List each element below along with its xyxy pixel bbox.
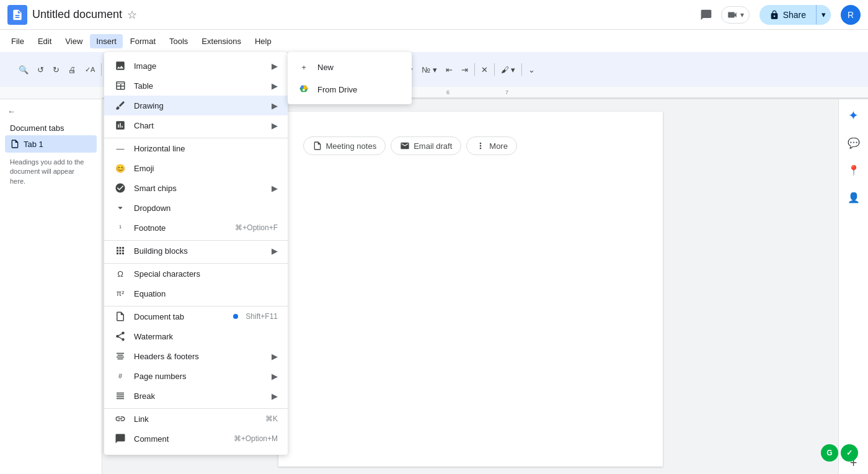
insert-link-item[interactable]: Link ⌘K: [104, 409, 288, 429]
insert-chart-item[interactable]: Chart ▶: [104, 115, 288, 135]
drawing-fromdrive-label: From Drive: [317, 85, 357, 94]
plus-icon: +: [298, 61, 310, 73]
drawing-submenu: + New From Drive: [288, 52, 412, 104]
doctab-icon: [114, 310, 126, 323]
insert-comment-label: Comment: [134, 434, 226, 444]
insert-comment-item[interactable]: Comment ⌘+Option+M: [104, 429, 288, 449]
chart-arrow: ▶: [272, 121, 278, 130]
doctab-shortcut: Shift+F11: [246, 312, 278, 321]
insert-link-label: Link: [134, 414, 258, 424]
drawing-arrow: ▶: [272, 101, 278, 110]
insert-specialchar-label: Special characters: [134, 269, 278, 279]
insert-hline-label: Horizontal line: [134, 144, 278, 153]
insert-doctab-label: Document tab: [134, 312, 223, 321]
equation-icon: π²: [114, 287, 126, 300]
break-icon: [114, 390, 126, 402]
drive-icon: [298, 83, 310, 96]
insert-break-item[interactable]: Break ▶: [104, 386, 288, 406]
insert-pagenumbers-label: Page numbers: [134, 372, 264, 381]
watermark-icon: [114, 330, 126, 342]
footnote-shortcut: ⌘+Option+F: [235, 223, 278, 232]
insert-chart-label: Chart: [134, 121, 264, 130]
image-icon: [114, 60, 126, 72]
insert-menu: Image ▶ Table ▶ Drawing ▶ Chart ▶ —: [104, 52, 288, 455]
emoji-icon: 😊: [114, 162, 126, 174]
insert-watermark-item[interactable]: Watermark: [104, 326, 288, 346]
comment-icon: [114, 432, 126, 445]
insert-footnote-label: Footnote: [134, 223, 228, 233]
headerfooter-icon: [114, 350, 126, 362]
table-arrow: ▶: [272, 81, 278, 91]
insert-blocks-item[interactable]: Building blocks ▶: [104, 241, 288, 261]
insert-menu-section-1: Image ▶ Table ▶ Drawing ▶ Chart ▶: [104, 56, 288, 135]
insert-equation-label: Equation: [134, 289, 278, 298]
insert-specialchar-item[interactable]: Ω Special characters: [104, 264, 288, 284]
hline-icon: —: [114, 142, 126, 154]
specialchar-icon: Ω: [114, 267, 126, 280]
insert-image-label: Image: [134, 61, 264, 71]
insert-headerfooter-item[interactable]: Headers & footers ▶: [104, 346, 288, 366]
insert-menu-section-4: Ω Special characters π² Equation: [104, 263, 288, 303]
insert-image-item[interactable]: Image ▶: [104, 56, 288, 76]
insert-menu-section-6: Link ⌘K Comment ⌘+Option+M: [104, 408, 288, 449]
link-shortcut: ⌘K: [265, 414, 278, 423]
insert-emoji-label: Emoji: [134, 164, 278, 173]
footnote-icon: ¹: [114, 221, 126, 234]
insert-table-item[interactable]: Table ▶: [104, 76, 288, 96]
insert-smartchips-label: Smart chips: [134, 184, 264, 193]
drawing-icon: [114, 99, 126, 112]
break-arrow: ▶: [272, 391, 278, 401]
insert-doctab-item[interactable]: Document tab Shift+F11: [104, 306, 288, 326]
insert-break-label: Break: [134, 391, 264, 401]
drawing-new-label: New: [317, 63, 334, 72]
insert-pagenumbers-item[interactable]: # Page numbers ▶: [104, 366, 288, 386]
image-arrow: ▶: [272, 61, 278, 71]
table-icon: [114, 79, 126, 92]
blocks-arrow: ▶: [272, 246, 278, 256]
insert-drawing-label: Drawing: [134, 101, 264, 110]
insert-table-label: Table: [134, 81, 264, 91]
smartchip-icon: [114, 182, 126, 194]
insert-emoji-item[interactable]: 😊 Emoji: [104, 158, 288, 178]
insert-menu-section-5: Document tab Shift+F11 Watermark Headers…: [104, 306, 288, 406]
insert-equation-item[interactable]: π² Equation: [104, 284, 288, 303]
insert-footnote-item[interactable]: ¹ Footnote ⌘+Option+F: [104, 218, 288, 238]
pagenumbers-arrow: ▶: [272, 372, 278, 381]
drawing-new-item[interactable]: + New: [288, 56, 412, 78]
pagenumbers-icon: #: [114, 370, 126, 382]
chart-icon: [114, 119, 126, 132]
comment-shortcut: ⌘+Option+M: [234, 434, 278, 443]
doctab-badge: [233, 314, 238, 319]
insert-watermark-label: Watermark: [134, 332, 278, 341]
link-icon: [114, 413, 126, 425]
headerfooter-arrow: ▶: [272, 352, 278, 361]
insert-dropdown-item[interactable]: Dropdown: [104, 198, 288, 218]
insert-menu-section-2: — Horizontal line 😊 Emoji Smart chips ▶ …: [104, 138, 288, 238]
insert-headerfooter-label: Headers & footers: [134, 352, 264, 361]
dropdown-icon: [114, 202, 126, 214]
smartchips-arrow: ▶: [272, 184, 278, 193]
insert-drawing-item[interactable]: Drawing ▶: [104, 96, 288, 115]
insert-dropdown-label: Dropdown: [134, 203, 278, 213]
drawing-fromdrive-item[interactable]: From Drive: [288, 78, 412, 101]
insert-menu-section-3: Building blocks ▶: [104, 240, 288, 261]
insert-smartchips-item[interactable]: Smart chips ▶: [104, 178, 288, 198]
blocks-icon: [114, 244, 126, 257]
insert-hline-item[interactable]: — Horizontal line: [104, 138, 288, 158]
insert-blocks-label: Building blocks: [134, 246, 264, 256]
